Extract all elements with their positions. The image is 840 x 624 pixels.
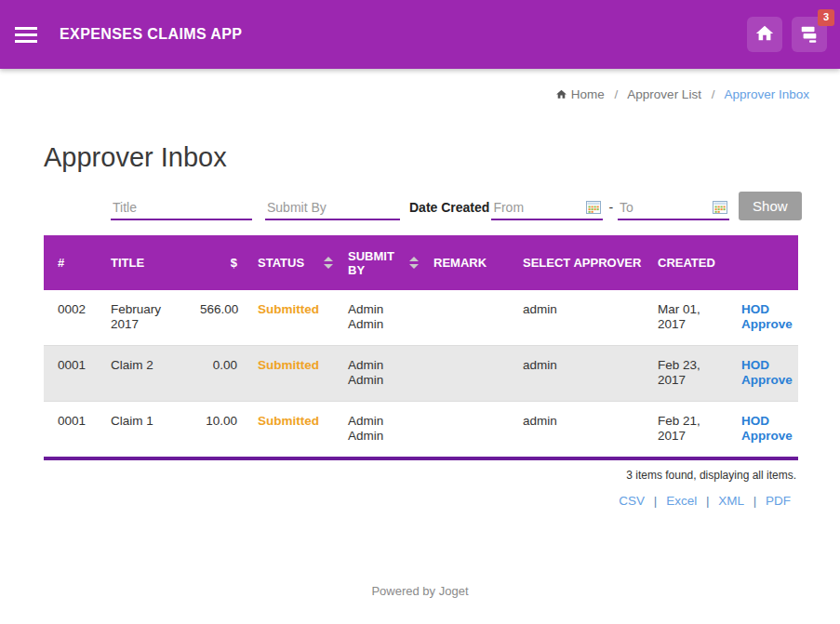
- calendar-icon[interactable]: [713, 200, 727, 215]
- col-header-select-approver: SELECT APPROVER: [515, 235, 650, 290]
- cell-id: 0001: [44, 345, 103, 401]
- export-separator: |: [706, 494, 710, 508]
- items-summary: 3 items found, displaying all items.: [44, 460, 798, 482]
- cell-action: HOD Approve: [734, 290, 798, 345]
- cell-status: Submitted: [250, 401, 340, 458]
- cell-created: Feb 23, 2017: [650, 345, 734, 401]
- hod-approve-link[interactable]: HOD Approve: [741, 302, 793, 331]
- cell-amount: 0.00: [193, 345, 250, 401]
- sort-icon[interactable]: [409, 257, 419, 269]
- col-header-submit-by[interactable]: SUBMIT BY: [340, 235, 426, 290]
- cell-action: HOD Approve: [734, 345, 798, 401]
- breadcrumb-approver-inbox[interactable]: Approver Inbox: [724, 87, 809, 101]
- home-icon: [555, 87, 571, 101]
- table-row: 0002 February 2017 566.00 Submitted Admi…: [44, 290, 798, 345]
- cell-id: 0001: [44, 401, 103, 458]
- powered-by-text: Powered by Joget: [371, 584, 468, 598]
- col-header-amount: $: [193, 235, 250, 290]
- app-title: EXPENSES CLAIMS APP: [60, 26, 242, 43]
- footer: Powered by Joget: [0, 584, 840, 598]
- date-from-wrap: [491, 196, 603, 220]
- cell-action: HOD Approve: [734, 401, 798, 458]
- cell-created: Mar 01, 2017: [650, 290, 734, 345]
- export-csv-link[interactable]: CSV: [619, 494, 645, 508]
- cell-id: 0002: [44, 290, 103, 345]
- cell-select-approver: admin: [515, 290, 650, 345]
- col-header-label: STATUS: [258, 256, 304, 270]
- col-header-action: [734, 235, 798, 290]
- export-xml-link[interactable]: XML: [718, 494, 744, 508]
- cell-created: Feb 21, 2017: [650, 401, 734, 458]
- breadcrumb-approver-list[interactable]: Approver List: [627, 87, 701, 101]
- claims-table: # TITLE $ STATUS SUBMIT BY REMARK SELECT…: [44, 235, 798, 460]
- hod-approve-link[interactable]: HOD Approve: [741, 358, 793, 387]
- date-range-separator: -: [603, 200, 616, 220]
- breadcrumb-separator: /: [712, 87, 715, 101]
- col-header-status[interactable]: STATUS: [250, 235, 340, 290]
- page-title: Approver Inbox: [44, 142, 798, 173]
- export-pdf-link[interactable]: PDF: [766, 494, 791, 508]
- inbox-icon: [799, 23, 820, 46]
- col-header-index: #: [44, 235, 103, 290]
- inbox-button[interactable]: 3: [792, 17, 827, 52]
- cell-amount: 566.00: [193, 290, 250, 345]
- cell-remark: [426, 345, 515, 401]
- submit-by-filter-input[interactable]: [265, 196, 400, 220]
- col-header-label: SUBMIT BY: [348, 249, 404, 277]
- app-header: EXPENSES CLAIMS APP 3: [0, 0, 840, 69]
- cell-submit-by: Admin Admin: [340, 345, 426, 401]
- breadcrumb-separator: /: [615, 87, 619, 101]
- title-filter-input[interactable]: [111, 196, 252, 220]
- col-header-remark: REMARK: [426, 235, 515, 290]
- table-row: 0001 Claim 1 10.00 Submitted Admin Admin…: [44, 401, 798, 458]
- cell-title: Claim 1: [103, 401, 193, 458]
- table-header-row: # TITLE $ STATUS SUBMIT BY REMARK SELECT…: [44, 235, 798, 290]
- export-links: CSV | Excel | XML | PDF: [44, 482, 798, 508]
- cell-remark: [426, 290, 515, 345]
- hod-approve-link[interactable]: HOD Approve: [741, 414, 793, 443]
- show-button[interactable]: Show: [739, 192, 802, 220]
- hamburger-icon: [15, 27, 37, 43]
- col-header-created: CREATED: [650, 235, 734, 290]
- cell-status: Submitted: [250, 345, 340, 401]
- breadcrumb-home[interactable]: Home: [555, 87, 605, 101]
- cell-amount: 10.00: [193, 401, 250, 458]
- export-excel-link[interactable]: Excel: [666, 494, 697, 508]
- col-header-title: TITLE: [103, 235, 193, 290]
- home-icon: [754, 23, 775, 46]
- notification-badge: 3: [818, 9, 834, 26]
- cell-submit-by: Admin Admin: [340, 290, 426, 345]
- calendar-icon[interactable]: [586, 200, 601, 215]
- cell-title: February 2017: [103, 290, 193, 345]
- breadcrumb-label: Home: [571, 87, 605, 101]
- cell-remark: [426, 401, 515, 458]
- cell-status: Submitted: [250, 290, 340, 345]
- main-content: Home / Approver List / Approver Inbox Ap…: [44, 69, 798, 508]
- sort-icon[interactable]: [324, 257, 333, 269]
- export-separator: |: [654, 494, 658, 508]
- cell-select-approver: admin: [515, 401, 650, 458]
- home-button[interactable]: [747, 17, 782, 52]
- date-created-label: Date Created: [409, 200, 489, 220]
- breadcrumb: Home / Approver List / Approver Inbox: [44, 69, 809, 101]
- filter-bar: Date Created -: [44, 192, 798, 220]
- date-to-wrap: [618, 196, 729, 220]
- menu-button[interactable]: [6, 20, 47, 50]
- cell-select-approver: admin: [515, 345, 650, 401]
- cell-submit-by: Admin Admin: [340, 401, 426, 458]
- table-row: 0001 Claim 2 0.00 Submitted Admin Admin …: [44, 345, 798, 401]
- export-separator: |: [753, 494, 757, 508]
- cell-title: Claim 2: [103, 345, 193, 401]
- topbar-actions: 3: [747, 17, 827, 52]
